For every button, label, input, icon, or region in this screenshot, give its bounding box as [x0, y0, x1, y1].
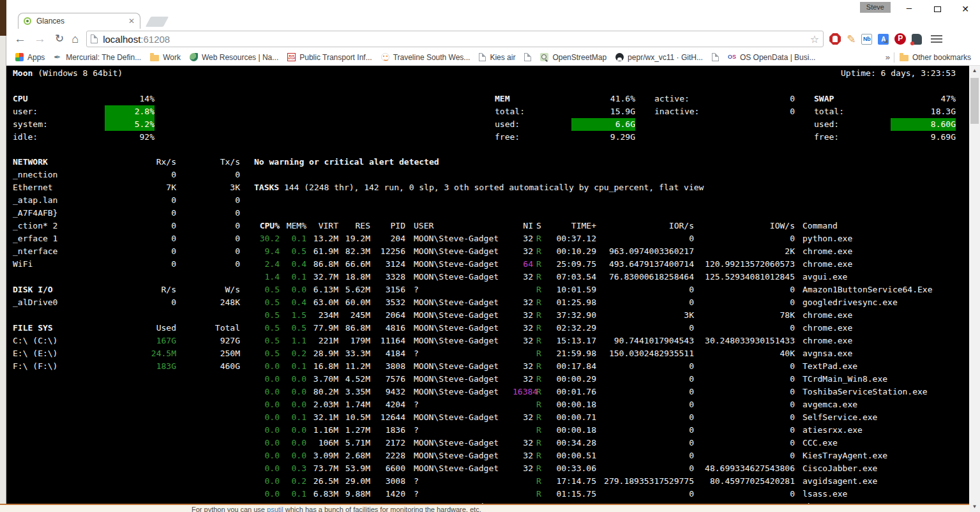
process-cell: 0.5: [254, 347, 280, 360]
bookmark-label: Work: [163, 53, 181, 62]
forward-button[interactable]: →: [34, 30, 46, 48]
bookmarks-overflow-chevron[interactable]: »: [886, 52, 890, 62]
process-row: 0.00.16.83M9.88M1420?R01:15.7500lsass.ex…: [254, 488, 956, 501]
minimize-button[interactable]: –: [900, 1, 919, 17]
stat-label: system:: [13, 118, 48, 131]
reload-button[interactable]: ↻: [55, 30, 64, 48]
address-bar[interactable]: localhost:61208 ☆: [86, 31, 824, 47]
filesys-rows: C:\ (C:\)167G927GE:\ (E:\)24.5M250MF:\ (…: [13, 335, 240, 373]
process-cell: 0.0: [254, 360, 280, 373]
row-value-2: 0: [176, 245, 240, 258]
process-cell: 25:09.75: [545, 258, 596, 271]
network-col1: Rx/s: [112, 156, 176, 169]
process-cell: 28.9M: [306, 347, 338, 360]
url-text[interactable]: localhost:61208: [103, 34, 810, 45]
process-cell: 9.4: [254, 245, 280, 258]
bookmark-item[interactable]: ✒Mercurial: The Defin...: [54, 53, 141, 62]
stat-row: inactive:0: [654, 105, 795, 118]
glances-favicon-icon: [24, 17, 31, 25]
process-cell: 4.52M: [338, 373, 370, 386]
psutil-link[interactable]: psutil: [267, 506, 283, 512]
other-bookmarks-button[interactable]: Other bookmarks: [900, 53, 971, 62]
row-name: E:\ (E:\): [13, 347, 112, 360]
filesys-col2: Total: [176, 322, 240, 335]
bookmark-label: Public Transport Inf...: [299, 53, 372, 62]
process-cell: 78K: [694, 309, 795, 322]
process-cell: 279.18935317529775: [596, 475, 694, 488]
os-label: (Windows 8 64bit): [33, 68, 123, 78]
maximize-button[interactable]: [928, 1, 947, 17]
adblock-extension-icon[interactable]: [829, 33, 841, 45]
stat-label: total:: [495, 105, 525, 118]
browser-window: Steve – ✕ Glances ✕ ← → ↻ ⌂ localhost:61…: [6, 0, 980, 512]
glances-header: Moon (Windows 8 64bit) Uptime: 6 days, 3…: [13, 67, 956, 80]
stat-value: 9.29G: [610, 131, 635, 144]
bookmark-item[interactable]: [712, 53, 719, 61]
other-bookmarks-label: Other bookmarks: [912, 53, 971, 62]
pencil-extension-icon[interactable]: ✎: [847, 33, 856, 46]
evernote-extension-icon[interactable]: [912, 34, 922, 45]
chrome-menu-icon[interactable]: [931, 35, 942, 36]
process-cell: [513, 283, 533, 296]
process-cell: 0: [694, 424, 795, 437]
process-cell: 0.0: [254, 398, 280, 411]
bookmark-item[interactable]: Kies air: [479, 53, 515, 62]
stat-row: user:2.8%: [13, 105, 155, 118]
process-cell: 66.6M: [338, 258, 370, 271]
network-rows: _nnection00Ethernet7K3K_atap.lan00_A7F4A…: [13, 169, 240, 271]
process-cell: 07:03.54: [545, 271, 596, 283]
process-cell: chrome.exe: [795, 258, 956, 271]
process-cell: MOON\Steve-Gadget: [405, 296, 513, 309]
stat-label: free:: [814, 131, 839, 144]
scroll-up-icon[interactable]: ▲: [969, 66, 980, 76]
row-value-1: 167G: [112, 335, 176, 347]
bookmark-label: Traveline South Wes...: [393, 53, 471, 62]
bookmark-star-icon[interactable]: ☆: [810, 33, 819, 45]
bookmark-item[interactable]: Web Resources | Na...: [190, 53, 278, 62]
process-cell: 0: [596, 360, 694, 373]
scrollbar-thumb[interactable]: [970, 78, 979, 124]
stat-value: 2.8%: [105, 105, 155, 118]
process-cell: 3328: [370, 271, 405, 283]
home-button[interactable]: ⌂: [72, 30, 79, 48]
process-cell: 15:13.17: [545, 335, 596, 347]
process-cell: 13.2M: [306, 232, 338, 245]
scrollbar[interactable]: ▲ ▼: [969, 66, 980, 512]
process-row: 0.00.02.03M1.74M4204?R00:00.1800avgemca.…: [254, 398, 956, 411]
process-cell: 0: [596, 232, 694, 245]
process-cell: 0: [596, 424, 694, 437]
bookmark-item[interactable]: [524, 53, 531, 61]
pinterest-extension-icon[interactable]: P: [894, 33, 906, 45]
bookmark-item[interactable]: Work: [150, 53, 181, 62]
process-cell: 0.1: [280, 360, 306, 373]
row-value-1: 24.5M: [112, 347, 176, 360]
bookmark-item[interactable]: pepr/wx_vc11 · GitH...: [615, 53, 703, 62]
tab-glances[interactable]: Glances ✕: [18, 13, 140, 29]
bookmark-item[interactable]: Apps: [15, 53, 45, 62]
stat-value: 92%: [140, 131, 155, 144]
bookmark-item[interactable]: OpenStreetMap: [540, 53, 607, 62]
tab-close-icon[interactable]: ✕: [128, 17, 135, 26]
col-header: Command: [795, 220, 956, 232]
bookmark-item[interactable]: Traveline South Wes...: [381, 53, 471, 62]
process-cell: 3124: [370, 258, 405, 271]
process-cell: 32: [513, 245, 533, 258]
new-tab-button[interactable]: [146, 17, 169, 27]
nb-extension-icon[interactable]: Nb: [861, 34, 872, 45]
apps-icon: [15, 53, 24, 61]
stat-row: total:15.9G: [495, 105, 635, 118]
background-window-corner: [0, 0, 6, 36]
stat-value: 15.9G: [610, 105, 635, 118]
profile-badge[interactable]: Steve: [860, 2, 891, 13]
process-row: 30.20.113.2M19.2M204MOON\Steve-Gadget32R…: [254, 232, 956, 245]
back-button[interactable]: ←: [14, 30, 26, 48]
scroll-down-icon[interactable]: ▼: [969, 502, 980, 512]
process-cell: 37:32.90: [545, 309, 596, 322]
translate-extension-icon[interactable]: A: [878, 34, 889, 45]
bookmark-item[interactable]: BUS STOPPublic Transport Inf...: [287, 53, 372, 62]
close-button[interactable]: ✕: [956, 1, 975, 17]
stat-label: used:: [495, 118, 520, 131]
bookmark-item[interactable]: OSOS OpenData | Busi...: [728, 53, 816, 62]
folder-icon: [900, 55, 908, 61]
process-cell: 32: [513, 232, 533, 245]
